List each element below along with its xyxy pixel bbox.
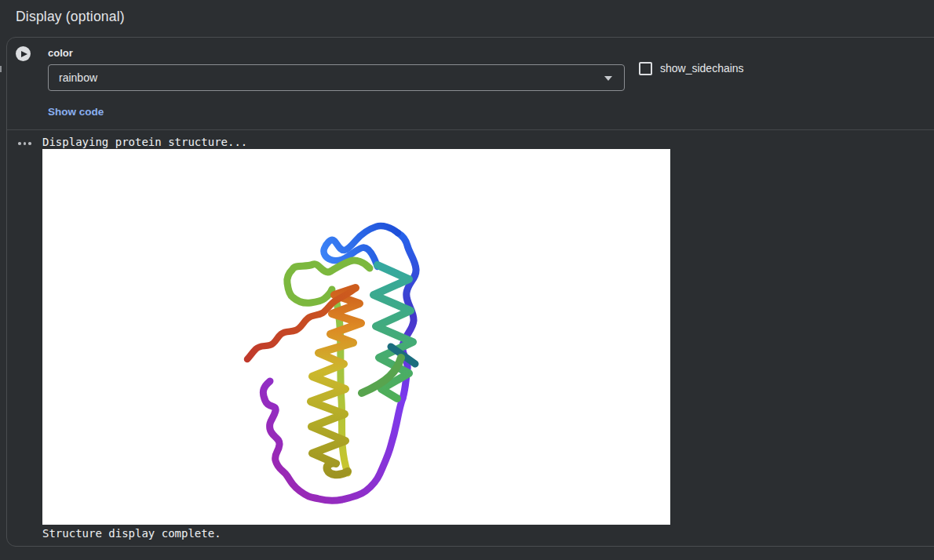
output-status-line-2: Structure display complete. — [42, 527, 221, 540]
ribbon-purple-segment — [263, 381, 403, 500]
protein-viewer-canvas[interactable] — [42, 149, 670, 525]
color-field-label: color — [48, 47, 73, 59]
color-dropdown[interactable]: rainbow — [48, 64, 625, 91]
protein-structure-svg — [42, 149, 670, 525]
cell-form-section: color rainbow show_sidechains Show code — [7, 38, 934, 129]
notebook-cell: color rainbow show_sidechains Show code … — [6, 37, 934, 547]
form-output-divider — [7, 129, 934, 130]
show-sidechains-label: show_sidechains — [660, 62, 744, 75]
protein-ribbon — [247, 226, 416, 500]
output-options-button[interactable] — [16, 140, 33, 147]
left-edge-artifact — [0, 66, 2, 72]
output-status-line-1: Displaying protein structure... — [42, 136, 247, 149]
play-icon — [21, 51, 27, 57]
more-options-icon — [18, 142, 21, 145]
cell-header-bar: Display (optional) — [0, 0, 934, 37]
run-cell-button[interactable] — [16, 46, 31, 61]
ribbon-green-loops — [287, 260, 370, 303]
chevron-down-icon — [604, 76, 612, 81]
show-sidechains-checkbox[interactable] — [639, 62, 652, 75]
page-title: Display (optional) — [16, 9, 125, 25]
show-code-link[interactable]: Show code — [48, 106, 104, 118]
color-dropdown-value: rainbow — [59, 71, 97, 84]
